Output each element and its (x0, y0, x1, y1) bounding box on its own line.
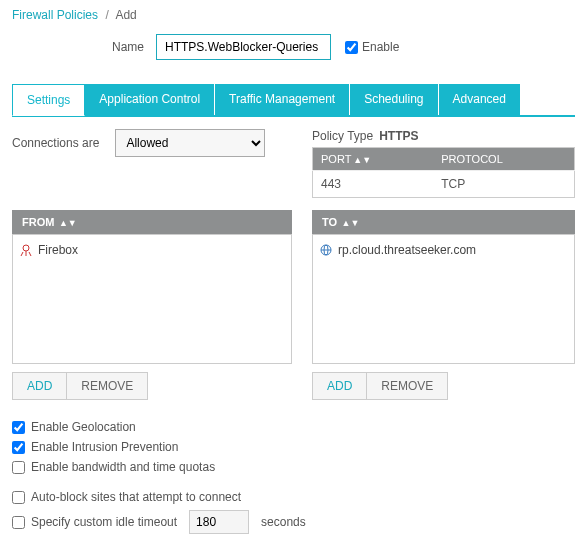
idle-row[interactable]: Specify custom idle timeout seconds (12, 510, 575, 534)
idle-checkbox[interactable] (12, 516, 25, 529)
from-remove-button[interactable]: REMOVE (66, 372, 148, 400)
sort-icon: ▲▼ (56, 218, 76, 228)
tab-application-control[interactable]: Application Control (85, 84, 215, 115)
geo-checkbox[interactable] (12, 421, 25, 434)
firebox-icon (19, 243, 33, 257)
protocol-cell: TCP (433, 171, 574, 198)
quota-row[interactable]: Enable bandwidth and time quotas (12, 460, 575, 474)
geo-label: Enable Geolocation (31, 420, 136, 434)
idle-input[interactable] (189, 510, 249, 534)
breadcrumb-current: Add (115, 8, 136, 22)
from-add-button[interactable]: ADD (12, 372, 66, 400)
connections-label: Connections are (12, 136, 99, 150)
svg-point-0 (23, 245, 29, 251)
tab-scheduling[interactable]: Scheduling (350, 84, 438, 115)
globe-icon (319, 243, 333, 257)
panel-settings: Connections are Allowed Policy Type HTTP… (12, 117, 575, 542)
enable-wrap[interactable]: Enable (345, 40, 399, 54)
to-listbox[interactable]: rp.cloud.threatseeker.com (312, 234, 575, 364)
name-row: Name Enable (12, 34, 575, 60)
list-item-label: Firebox (38, 243, 78, 257)
tabs: Settings Application Control Traffic Man… (12, 84, 575, 117)
options-stack: Enable Geolocation Enable Intrusion Prev… (12, 420, 575, 534)
sort-icon: ▲▼ (339, 218, 359, 228)
protocol-header[interactable]: PROTOCOL (433, 148, 574, 171)
idle-label: Specify custom idle timeout (31, 515, 177, 529)
quota-label: Enable bandwidth and time quotas (31, 460, 215, 474)
enable-checkbox[interactable] (345, 41, 358, 54)
policy-type-label: Policy Type (312, 129, 373, 143)
quota-checkbox[interactable] (12, 461, 25, 474)
enable-label: Enable (362, 40, 399, 54)
tab-advanced[interactable]: Advanced (439, 84, 521, 115)
policy-type-value: HTTPS (379, 129, 418, 143)
breadcrumb-root[interactable]: Firewall Policies (12, 8, 98, 22)
autoblock-label: Auto-block sites that attempt to connect (31, 490, 241, 504)
name-input[interactable] (156, 34, 331, 60)
tab-settings[interactable]: Settings (12, 84, 85, 116)
port-header[interactable]: PORT▲▼ (313, 148, 434, 171)
ips-checkbox[interactable] (12, 441, 25, 454)
breadcrumb: Firewall Policies / Add (12, 8, 575, 22)
connections-select[interactable]: Allowed (115, 129, 265, 157)
sort-icon: ▲▼ (353, 155, 371, 165)
autoblock-checkbox[interactable] (12, 491, 25, 504)
table-row[interactable]: 443 TCP (313, 171, 575, 198)
from-header[interactable]: FROM ▲▼ (12, 210, 292, 234)
list-item-label: rp.cloud.threatseeker.com (338, 243, 476, 257)
ips-label: Enable Intrusion Prevention (31, 440, 178, 454)
geo-row[interactable]: Enable Geolocation (12, 420, 575, 434)
to-remove-button[interactable]: REMOVE (366, 372, 448, 400)
tab-traffic-management[interactable]: Traffic Management (215, 84, 350, 115)
idle-unit: seconds (261, 515, 306, 529)
list-item[interactable]: rp.cloud.threatseeker.com (319, 241, 568, 259)
ips-row[interactable]: Enable Intrusion Prevention (12, 440, 575, 454)
name-label: Name (112, 40, 144, 54)
to-header[interactable]: TO ▲▼ (312, 210, 575, 234)
to-add-button[interactable]: ADD (312, 372, 366, 400)
port-table: PORT▲▼ PROTOCOL 443 TCP (312, 147, 575, 198)
from-listbox[interactable]: Firebox (12, 234, 292, 364)
port-cell: 443 (313, 171, 434, 198)
list-item[interactable]: Firebox (19, 241, 285, 259)
autoblock-row[interactable]: Auto-block sites that attempt to connect (12, 490, 575, 504)
